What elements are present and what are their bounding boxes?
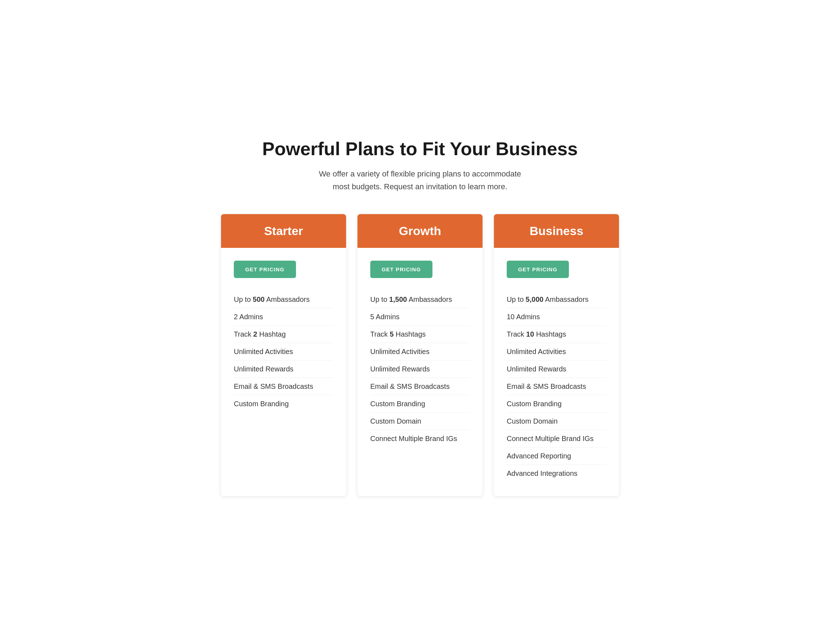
plan-header-growth: Growth (357, 214, 483, 248)
feature-item: Unlimited Activities (234, 343, 333, 360)
get-pricing-button-business[interactable]: GET PRICING (507, 261, 569, 278)
feature-item: Up to 5,000 Ambassadors (507, 291, 606, 308)
plan-body-business: GET PRICINGUp to 5,000 Ambassadors10 Adm… (494, 248, 619, 496)
feature-item: Email & SMS Broadcasts (234, 378, 333, 395)
feature-item: Custom Branding (507, 395, 606, 413)
features-list-starter: Up to 500 Ambassadors2 AdminsTrack 2 Has… (234, 291, 333, 412)
feature-item: Email & SMS Broadcasts (370, 378, 470, 395)
feature-item: Custom Domain (507, 413, 606, 430)
feature-item: Advanced Reporting (507, 447, 606, 465)
feature-item: Unlimited Activities (507, 343, 606, 360)
feature-item: 10 Admins (507, 308, 606, 326)
feature-item: Advanced Integrations (507, 465, 606, 482)
feature-item: Unlimited Activities (370, 343, 470, 360)
page-title: Powerful Plans to Fit Your Business (221, 139, 619, 159)
plan-body-starter: GET PRICINGUp to 500 Ambassadors2 Admins… (221, 248, 346, 496)
page-subtitle: We offer a variety of flexible pricing p… (317, 168, 523, 193)
features-list-growth: Up to 1,500 Ambassadors5 AdminsTrack 5 H… (370, 291, 470, 447)
feature-item: Custom Domain (370, 413, 470, 430)
feature-item: Unlimited Rewards (507, 360, 606, 378)
plan-card-growth: GrowthGET PRICINGUp to 1,500 Ambassadors… (357, 214, 483, 496)
feature-item: Unlimited Rewards (370, 360, 470, 378)
feature-item: Connect Multiple Brand IGs (370, 430, 470, 447)
plan-name-business: Business (501, 224, 612, 238)
feature-item: Up to 1,500 Ambassadors (370, 291, 470, 308)
feature-item: 5 Admins (370, 308, 470, 326)
feature-item: Up to 500 Ambassadors (234, 291, 333, 308)
feature-item: Custom Branding (370, 395, 470, 413)
feature-item: Email & SMS Broadcasts (507, 378, 606, 395)
plan-header-starter: Starter (221, 214, 346, 248)
plan-body-growth: GET PRICINGUp to 1,500 Ambassadors5 Admi… (357, 248, 483, 496)
plan-card-business: BusinessGET PRICINGUp to 5,000 Ambassado… (494, 214, 619, 496)
plan-name-growth: Growth (365, 224, 475, 238)
page-wrapper: Powerful Plans to Fit Your Business We o… (207, 118, 633, 524)
get-pricing-button-starter[interactable]: GET PRICING (234, 261, 296, 278)
feature-item: 2 Admins (234, 308, 333, 326)
features-list-business: Up to 5,000 Ambassadors10 AdminsTrack 10… (507, 291, 606, 482)
feature-item: Track 2 Hashtag (234, 326, 333, 343)
feature-item: Custom Branding (234, 395, 333, 412)
feature-item: Track 5 Hashtags (370, 326, 470, 343)
plan-header-business: Business (494, 214, 619, 248)
plans-grid: StarterGET PRICINGUp to 500 Ambassadors2… (221, 214, 619, 496)
plan-card-starter: StarterGET PRICINGUp to 500 Ambassadors2… (221, 214, 346, 496)
feature-item: Connect Multiple Brand IGs (507, 430, 606, 447)
plan-name-starter: Starter (228, 224, 339, 238)
page-header: Powerful Plans to Fit Your Business We o… (221, 139, 619, 193)
get-pricing-button-growth[interactable]: GET PRICING (370, 261, 432, 278)
feature-item: Track 10 Hashtags (507, 326, 606, 343)
feature-item: Unlimited Rewards (234, 360, 333, 378)
